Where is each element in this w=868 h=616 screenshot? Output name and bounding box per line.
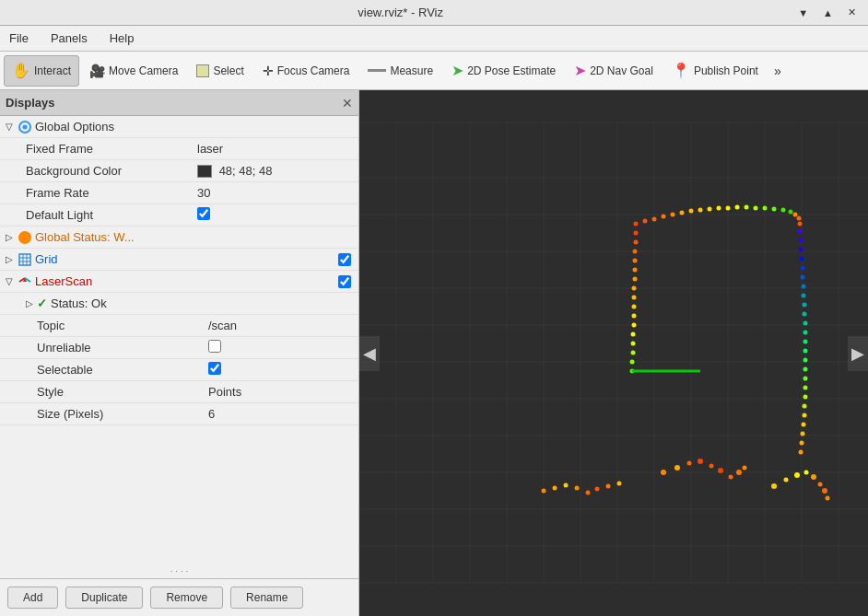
- svg-point-68: [803, 340, 808, 344]
- svg-point-112: [595, 487, 600, 492]
- svg-point-35: [634, 222, 639, 227]
- menu-panels[interactable]: Panels: [45, 29, 93, 47]
- background-color-value: 48; 48; 48: [197, 164, 358, 179]
- svg-point-51: [781, 208, 786, 213]
- selectable-row[interactable]: Selectable: [0, 359, 358, 381]
- default-light-row[interactable]: Default Light: [0, 204, 358, 227]
- svg-point-93: [631, 342, 636, 346]
- svg-point-118: [804, 471, 809, 475]
- grid-row[interactable]: ▷ Grid: [0, 249, 358, 271]
- svg-point-50: [772, 207, 777, 212]
- svg-point-114: [617, 482, 622, 486]
- svg-point-49: [763, 206, 768, 211]
- remove-button[interactable]: Remove: [150, 587, 223, 609]
- displays-list[interactable]: ▽ Global Options Fixed Frame laser Backg…: [0, 116, 358, 564]
- svg-point-115: [771, 483, 777, 489]
- viewport[interactable]: ◀ ▶: [359, 90, 868, 616]
- svg-point-40: [680, 211, 685, 215]
- panel-header: Displays ✕: [0, 90, 358, 116]
- rename-button[interactable]: Rename: [230, 587, 303, 609]
- status-ok-row[interactable]: ▷ ✓ Status: Ok: [0, 293, 358, 315]
- duplicate-button[interactable]: Duplicate: [65, 587, 143, 609]
- svg-point-109: [564, 483, 569, 488]
- measure-button[interactable]: Measure: [359, 55, 441, 87]
- svg-point-60: [801, 266, 805, 271]
- svg-point-113: [606, 484, 611, 489]
- svg-point-79: [800, 441, 804, 446]
- background-color-row[interactable]: Background Color 48; 48; 48: [0, 160, 358, 182]
- style-row[interactable]: Style Points: [0, 381, 358, 403]
- default-light-label: Default Light: [22, 208, 197, 222]
- svg-point-117: [794, 472, 800, 478]
- select-icon: [196, 64, 209, 77]
- svg-point-59: [800, 257, 804, 262]
- focus-camera-label: Focus Camera: [277, 64, 350, 77]
- 2d-nav-goal-button[interactable]: ➤ 2D Nav Goal: [566, 55, 662, 87]
- svg-point-103: [718, 468, 723, 473]
- svg-point-106: [743, 466, 747, 471]
- frame-rate-row[interactable]: Frame Rate 30: [0, 182, 358, 204]
- left-nav-arrow[interactable]: ◀: [359, 336, 380, 371]
- svg-point-63: [802, 294, 806, 298]
- svg-point-41: [689, 209, 694, 214]
- global-status-expand[interactable]: ▷: [2, 230, 17, 245]
- svg-point-61: [801, 275, 805, 280]
- fixed-frame-row[interactable]: Fixed Frame laser: [0, 138, 358, 160]
- 2d-pose-estimate-button[interactable]: ➤ 2D Pose Estimate: [443, 55, 564, 87]
- svg-point-55: [798, 222, 803, 227]
- fixed-frame-label: Fixed Frame: [22, 142, 197, 156]
- menu-help[interactable]: Help: [104, 29, 140, 47]
- svg-point-121: [822, 488, 827, 494]
- interact-button[interactable]: ✋ Interact: [4, 55, 79, 87]
- topic-row[interactable]: Topic /scan: [0, 315, 358, 337]
- select-button[interactable]: Select: [188, 55, 252, 87]
- default-light-checkbox[interactable]: [197, 207, 210, 220]
- status-expand[interactable]: ▷: [22, 296, 37, 311]
- grid-expand[interactable]: ▷: [2, 252, 17, 267]
- global-status-row[interactable]: ▷ Global Status: W...: [0, 227, 358, 249]
- laserscan-row[interactable]: ▽ LaserScan: [0, 271, 358, 293]
- size-pixels-label: Size (Pixels): [33, 407, 208, 421]
- more-button[interactable]: »: [768, 60, 787, 82]
- svg-point-89: [632, 305, 637, 309]
- global-options-expand[interactable]: ▽: [2, 120, 17, 134]
- svg-point-52: [789, 210, 793, 215]
- svg-point-111: [586, 491, 591, 495]
- style-label: Style: [33, 385, 208, 399]
- right-nav-arrow[interactable]: ▶: [848, 336, 868, 371]
- unreliable-checkbox[interactable]: [208, 340, 221, 353]
- camera-icon: 🎥: [89, 64, 105, 78]
- grid-checkbox[interactable]: [338, 253, 351, 266]
- publish-point-button[interactable]: 📍 Publish Point: [663, 55, 767, 87]
- menu-file[interactable]: File: [4, 29, 34, 47]
- background-color-swatch[interactable]: [197, 165, 212, 178]
- unreliable-value: [208, 340, 358, 355]
- svg-point-56: [798, 229, 803, 234]
- laserscan-expand[interactable]: ▽: [2, 274, 17, 289]
- selectable-checkbox[interactable]: [208, 362, 221, 375]
- size-pixels-value: 6: [208, 407, 358, 421]
- minimize-button[interactable]: ▼: [793, 5, 813, 20]
- menubar: File Panels Help: [0, 26, 868, 52]
- grid-checkbox-cell: [331, 253, 358, 266]
- move-camera-button[interactable]: 🎥 Move Camera: [81, 55, 186, 87]
- laserscan-checkbox[interactable]: [338, 275, 351, 288]
- focus-camera-button[interactable]: ✛ Focus Camera: [254, 55, 358, 87]
- unreliable-row[interactable]: Unreliable: [0, 337, 358, 359]
- selectable-value: [208, 362, 358, 378]
- maximize-button[interactable]: ▲: [818, 5, 838, 20]
- global-options-row[interactable]: ▽ Global Options: [0, 116, 358, 138]
- svg-point-100: [687, 461, 692, 466]
- panel-close-button[interactable]: ✕: [342, 96, 353, 110]
- svg-point-62: [802, 285, 806, 289]
- size-pixels-row[interactable]: Size (Pixels) 6: [0, 403, 358, 425]
- close-button[interactable]: ✕: [843, 5, 861, 20]
- svg-point-99: [674, 465, 680, 471]
- svg-point-94: [631, 351, 636, 355]
- add-button[interactable]: Add: [7, 587, 58, 609]
- svg-point-88: [632, 296, 637, 300]
- viewport-canvas: [359, 90, 868, 616]
- svg-point-44: [717, 206, 721, 211]
- svg-point-66: [803, 321, 808, 326]
- svg-point-72: [803, 377, 808, 381]
